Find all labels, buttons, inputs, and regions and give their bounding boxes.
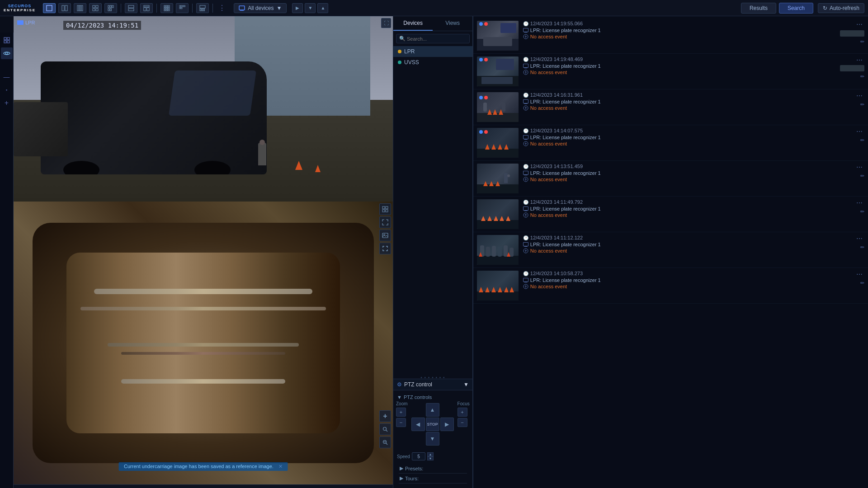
focus-plus-button[interactable]: + bbox=[458, 408, 467, 417]
result-item-5[interactable]: 🕐 12/4/2023 14:13:51.459 LPR: License pl… bbox=[473, 161, 868, 197]
search-tab-button[interactable]: Search bbox=[779, 3, 813, 14]
action-menu-4[interactable]: ⋯ bbox=[854, 128, 864, 135]
edit-button-5[interactable]: ✏ bbox=[860, 173, 864, 179]
focus-minus-button[interactable]: − bbox=[458, 418, 467, 427]
video-timestamp: 04/12/2023 14:19:51 bbox=[63, 21, 141, 30]
result-item-4[interactable]: 🕐 12/4/2023 14:14:07.575 LPR: License pl… bbox=[473, 125, 868, 161]
layout-mix-button[interactable] bbox=[140, 3, 153, 13]
expand-video-button[interactable]: ⛶ bbox=[381, 18, 391, 28]
auto-refresh-button[interactable]: ↻ Auto-refresh bbox=[818, 3, 864, 13]
dpad-down-button[interactable]: ▼ bbox=[426, 432, 439, 446]
presets-row[interactable]: ▶ Presets: bbox=[399, 464, 467, 474]
action-menu-5[interactable]: ⋯ bbox=[854, 164, 864, 171]
video-scrollbar[interactable] bbox=[14, 484, 393, 488]
nav-down-button[interactable]: ▼ bbox=[305, 3, 316, 13]
action-menu-8[interactable]: ⋯ bbox=[854, 271, 864, 278]
speed-up-button[interactable]: ▲ bbox=[427, 452, 434, 456]
dpad-right-button[interactable]: ▶ bbox=[440, 418, 454, 431]
svg-rect-10 bbox=[108, 5, 109, 8]
more-layouts-button[interactable]: ⋮ bbox=[217, 4, 227, 12]
speed-arrows: ▲ ▼ bbox=[427, 452, 434, 460]
layout-4col-button[interactable] bbox=[89, 3, 102, 13]
edit-button-4[interactable]: ✏ bbox=[860, 137, 864, 143]
icon-grid-button[interactable] bbox=[1, 34, 13, 46]
layout-wide-button[interactable] bbox=[125, 3, 137, 13]
gear-icon: ⚙ bbox=[397, 381, 402, 388]
all-devices-button[interactable]: All devices ▼ bbox=[234, 3, 287, 13]
plate-bar-1 bbox=[840, 30, 864, 37]
action-menu-6[interactable]: ⋯ bbox=[854, 199, 864, 206]
nav-forward-button[interactable]: ▶ bbox=[292, 3, 303, 13]
result-item-8[interactable]: 🕐 12/4/2023 14:10:58.273 LPR: License pl… bbox=[473, 268, 868, 304]
result-time-2: 🕐 12/4/2023 14:19:48.469 bbox=[523, 56, 835, 62]
result-item-3[interactable]: 🕐 12/4/2023 14:16:31.961 LPR: License pl… bbox=[473, 89, 868, 125]
dpad-stop-button[interactable]: STOP bbox=[426, 418, 439, 431]
result-item-6[interactable]: 🕐 12/4/2023 14:11:49.792 LPR: License pl… bbox=[473, 197, 868, 232]
close-message-button[interactable]: ✕ bbox=[278, 464, 283, 469]
layout-10col-button[interactable] bbox=[176, 3, 189, 13]
layout-sep-4 bbox=[212, 4, 213, 13]
result-actions-2: ⋯ ✏ bbox=[840, 56, 864, 80]
svg-rect-38 bbox=[203, 9, 205, 11]
icon-plus-button[interactable]: + bbox=[1, 97, 13, 109]
action-menu-7[interactable]: ⋯ bbox=[854, 235, 864, 242]
no-access-text-2: No access event bbox=[530, 70, 567, 75]
main-content: — ● + bbox=[0, 16, 868, 488]
speed-input[interactable] bbox=[412, 452, 425, 460]
action-menu-2[interactable]: ⋯ bbox=[854, 56, 864, 64]
result-actions-7: ⋯ ✏ bbox=[854, 235, 864, 250]
grid-overlay-button[interactable] bbox=[379, 203, 391, 215]
layout-5col-button[interactable] bbox=[104, 3, 117, 13]
image-mode-button[interactable] bbox=[379, 230, 391, 241]
edit-button-3[interactable]: ✏ bbox=[860, 102, 864, 108]
ptz-header[interactable]: ⚙ PTZ control ▼ bbox=[393, 379, 472, 390]
dpad-up-button[interactable]: ▲ bbox=[426, 403, 439, 417]
icon-eye-button[interactable] bbox=[1, 47, 13, 59]
result-item-1[interactable]: 🕐 12/4/2023 14:19:55.066 LPR: License pl… bbox=[473, 18, 868, 54]
ptz-title: PTZ control bbox=[404, 381, 432, 388]
device-item-uvss[interactable]: UVSS bbox=[393, 57, 472, 68]
result-item-2[interactable]: 🕐 12/4/2023 14:19:48.469 LPR: License pl… bbox=[473, 54, 868, 89]
icon-dot-button[interactable]: ● bbox=[1, 84, 13, 96]
app-logo[interactable]: SECUROS ENTERPRISE bbox=[4, 4, 36, 12]
svg-rect-43 bbox=[4, 38, 6, 40]
action-menu-3[interactable]: ⋯ bbox=[854, 92, 864, 99]
zoom-minus-button[interactable]: − bbox=[396, 418, 406, 427]
edit-button-2[interactable]: ✏ bbox=[860, 74, 864, 80]
icon-minus-button[interactable]: — bbox=[1, 71, 13, 83]
edit-button-7[interactable]: ✏ bbox=[860, 244, 864, 250]
dpad-wrapper: ▲ ◀ STOP ▶ ▼ bbox=[411, 401, 454, 447]
nav-arrows: ▶ ▼ ▲ bbox=[292, 3, 328, 13]
edit-button-8[interactable]: ✏ bbox=[860, 280, 864, 286]
device-item-lpr[interactable]: LPR bbox=[393, 46, 472, 57]
topbar: SECUROS ENTERPRISE ⋮ All devices ▼ bbox=[0, 0, 868, 16]
results-tab-button[interactable]: Results bbox=[741, 3, 776, 14]
layout-3col-button[interactable] bbox=[74, 3, 86, 13]
tab-views[interactable]: Views bbox=[433, 16, 472, 31]
tab-devices[interactable]: Devices bbox=[393, 16, 433, 31]
edit-button-6[interactable]: ✏ bbox=[860, 209, 864, 215]
action-menu-1[interactable]: ⋯ bbox=[854, 21, 864, 28]
fit-screen-button[interactable] bbox=[379, 216, 391, 228]
fullscreen-button[interactable] bbox=[379, 243, 391, 254]
layout-2col-button[interactable] bbox=[58, 3, 71, 13]
layout-9col-button[interactable] bbox=[160, 3, 173, 13]
time-text-7: 12/4/2023 14:11:12.122 bbox=[530, 235, 583, 240]
zoom-out-button[interactable] bbox=[379, 436, 391, 448]
ptz-controls-label[interactable]: ▼ PTZ controls bbox=[396, 393, 470, 401]
layout-alt-button[interactable] bbox=[196, 3, 209, 13]
edit-button-1[interactable]: ✏ bbox=[860, 39, 864, 45]
zoom-in-button[interactable]: + bbox=[379, 410, 391, 422]
result-item-7[interactable]: 🕐 12/4/2023 14:11:12.122 LPR: License pl… bbox=[473, 232, 868, 268]
speed-down-button[interactable]: ▼ bbox=[427, 456, 434, 460]
layout-1col-button[interactable] bbox=[43, 3, 56, 13]
svg-rect-25 bbox=[168, 7, 170, 9]
zoom-reset-button[interactable] bbox=[379, 423, 391, 435]
zoom-plus-button[interactable]: + bbox=[396, 408, 406, 417]
tours-row[interactable]: ▶ Tours: bbox=[399, 474, 467, 483]
device-search-input[interactable] bbox=[407, 36, 467, 42]
result-device-7: LPR: License plate recognizer 1 bbox=[523, 242, 850, 247]
svg-rect-2 bbox=[65, 5, 67, 11]
nav-up-button[interactable]: ▲ bbox=[317, 3, 328, 13]
dpad-left-button[interactable]: ◀ bbox=[411, 418, 425, 431]
